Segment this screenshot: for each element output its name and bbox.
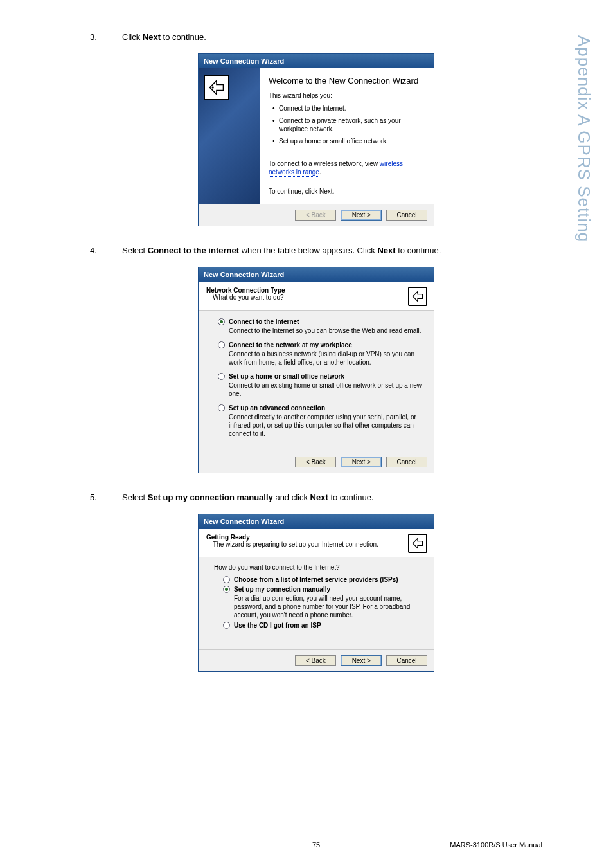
- instruction-step-4: 4. Select Connect to the internet when t…: [90, 246, 542, 255]
- text-fragment: Click: [122, 32, 143, 42]
- step-number: 5.: [90, 493, 122, 502]
- dialog-title-bar: New Connection Wizard: [199, 54, 434, 68]
- radio-option-manual[interactable]: Set up my connection manually For a dial…: [214, 586, 422, 619]
- subheader-title: Network Connection Type: [206, 287, 285, 294]
- radio-option-advanced[interactable]: Set up an advanced connection Connect di…: [218, 404, 422, 438]
- svg-point-0: [212, 86, 214, 88]
- radio-icon: [218, 318, 225, 325]
- radio-description: Connect to an existing home or small off…: [218, 381, 422, 398]
- text-fragment: Select: [122, 246, 148, 255]
- next-button[interactable]: Next >: [341, 210, 382, 221]
- cancel-button[interactable]: Cancel: [386, 210, 427, 221]
- radio-icon: [223, 622, 230, 629]
- dialog-footer: < Back Next > Cancel: [199, 204, 434, 226]
- radio-description: Connect directly to another computer usi…: [218, 413, 422, 438]
- next-button[interactable]: Next >: [341, 655, 382, 666]
- step-text: Select Connect to the internet when the …: [122, 246, 542, 255]
- text-fragment: to continue.: [328, 493, 374, 502]
- list-item: Connect to the Internet.: [272, 104, 425, 113]
- instruction-step-5: 5. Select Set up my connection manually …: [90, 493, 542, 502]
- subheader-subtitle: What do you want to do?: [206, 294, 285, 301]
- dialog-footer: < Back Next > Cancel: [199, 649, 434, 671]
- radio-icon: [218, 404, 225, 411]
- new-connection-wizard-dialog-ready: New Connection Wizard Getting Ready The …: [198, 514, 434, 672]
- wizard-sidebar: [199, 68, 260, 204]
- text-bold: Next: [310, 493, 328, 502]
- continue-text: To continue, click Next.: [269, 188, 425, 195]
- radio-label: Set up an advanced connection: [229, 404, 325, 411]
- feature-list: Connect to the Internet. Connect to a pr…: [269, 104, 425, 145]
- radio-option-connect-internet[interactable]: Connect to the Internet Connect to the I…: [218, 318, 422, 335]
- helps-text: This wizard helps you:: [269, 92, 425, 99]
- radio-option-isp-cd[interactable]: Use the CD I got from an ISP: [214, 622, 422, 629]
- radio-description: Connect to a business network (using dia…: [218, 350, 422, 366]
- new-connection-wizard-dialog-type: New Connection Wizard Network Connection…: [198, 267, 434, 473]
- step-text: Click Next to continue.: [122, 32, 542, 42]
- list-item: Set up a home or small office network.: [272, 137, 425, 145]
- subheader-subtitle: The wizard is preparing to set up your I…: [206, 541, 378, 548]
- back-button[interactable]: < Back: [295, 457, 336, 467]
- radio-description: Connect to the Internet so you can brows…: [218, 327, 422, 335]
- wizard-icon: [204, 75, 229, 100]
- new-connection-wizard-dialog-welcome: New Connection Wizard Welcome to the New…: [198, 53, 434, 226]
- wizard-icon: [408, 287, 427, 306]
- list-item: Connect to a private network, such as yo…: [272, 116, 425, 133]
- step-text: Select Set up my connection manually and…: [122, 493, 542, 502]
- dialog-title-bar: New Connection Wizard: [199, 514, 434, 529]
- options-panel: Connect to the Internet Connect to the I…: [199, 311, 434, 451]
- manual-title: MARS-3100R/S User Manual: [450, 841, 542, 849]
- dialog-footer: < Back Next > Cancel: [199, 451, 434, 473]
- step-number: 3.: [90, 32, 122, 42]
- sidebar-divider: [560, 0, 560, 829]
- text-fragment: To connect to a wireless network, view: [269, 160, 380, 167]
- radio-label: Use the CD I got from an ISP: [234, 622, 321, 629]
- dialog-title-bar: New Connection Wizard: [199, 267, 434, 282]
- text-bold: Connect to the internet: [148, 246, 239, 255]
- radio-option-home-office[interactable]: Set up a home or small office network Co…: [218, 373, 422, 398]
- sidebar-section-title: Appendix A GPRS Setting: [574, 35, 594, 242]
- cancel-button[interactable]: Cancel: [386, 655, 427, 666]
- text-fragment: when the table below appears. Click: [239, 246, 377, 255]
- text-fragment: to continue.: [161, 32, 206, 42]
- text-bold: Next: [143, 32, 161, 42]
- cancel-button[interactable]: Cancel: [386, 457, 427, 467]
- radio-label: Set up a home or small office network: [229, 373, 344, 380]
- wizard-icon: [408, 534, 427, 553]
- radio-label: Connect to the network at my workplace: [229, 341, 352, 348]
- radio-label: Choose from a list of Internet service p…: [234, 576, 398, 583]
- text-bold: Next: [377, 246, 395, 255]
- radio-label: Set up my connection manually: [234, 586, 330, 593]
- text-bold: Set up my connection manually: [148, 493, 273, 502]
- subheader-title: Getting Ready: [206, 534, 378, 541]
- instruction-step-3: 3. Click Next to continue.: [90, 32, 542, 42]
- radio-description: For a dial-up connection, you will need …: [223, 594, 422, 619]
- options-panel: How do you want to connect to the Intern…: [199, 557, 434, 649]
- radio-icon: [218, 373, 225, 380]
- next-button[interactable]: Next >: [341, 457, 382, 467]
- wireless-hint: To connect to a wireless network, view w…: [269, 159, 425, 176]
- prompt-text: How do you want to connect to the Intern…: [214, 564, 422, 571]
- radio-option-workplace[interactable]: Connect to the network at my workplace C…: [218, 341, 422, 366]
- radio-option-isp-list[interactable]: Choose from a list of Internet service p…: [214, 576, 422, 583]
- page-number: 75: [312, 841, 320, 849]
- radio-icon: [223, 586, 230, 593]
- text-fragment: Select: [122, 493, 148, 502]
- text-fragment: .: [319, 168, 321, 176]
- radio-icon: [218, 341, 225, 348]
- dialog-subheader: Getting Ready The wizard is preparing to…: [199, 529, 434, 557]
- dialog-subheader: Network Connection Type What do you want…: [199, 282, 434, 311]
- text-fragment: and click: [273, 493, 310, 502]
- page-footer: 75 MARS-3100R/S User Manual: [90, 841, 542, 849]
- radio-label: Connect to the Internet: [229, 318, 299, 325]
- back-button[interactable]: < Back: [295, 655, 336, 666]
- step-number: 4.: [90, 246, 122, 255]
- back-button: < Back: [295, 210, 336, 221]
- radio-icon: [223, 576, 230, 583]
- text-fragment: to continue.: [396, 246, 441, 255]
- welcome-heading: Welcome to the New Connection Wizard: [269, 76, 425, 86]
